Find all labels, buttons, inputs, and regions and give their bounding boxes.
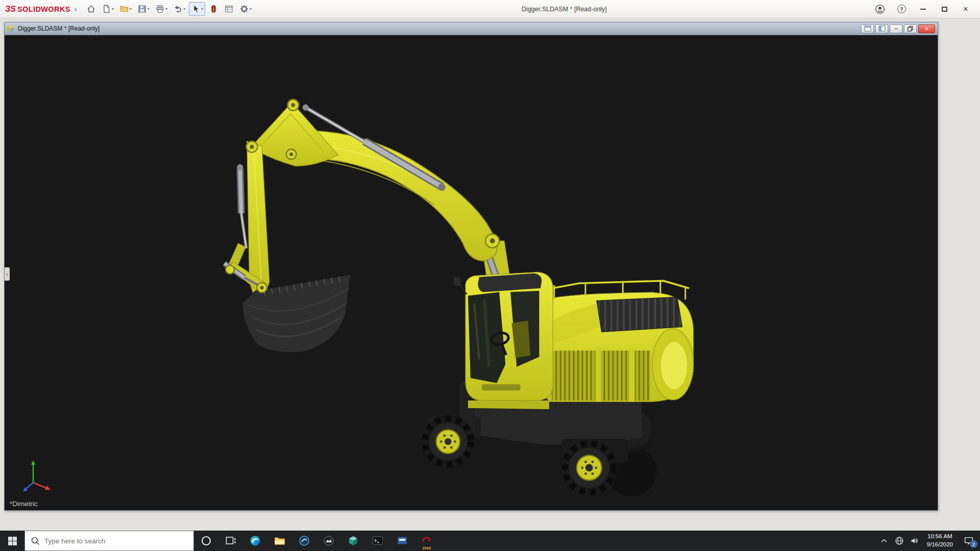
print-button[interactable]: ▾ (153, 2, 169, 16)
edrawings-button[interactable] (341, 531, 365, 551)
help-icon: ? (897, 5, 906, 13)
chevron-up-icon (878, 535, 890, 546)
minimize-icon (920, 9, 926, 10)
photos-app-button[interactable] (316, 531, 341, 551)
excavator-stick[interactable] (247, 141, 270, 293)
featuremanager-collapse-tab[interactable]: ‹ (5, 267, 10, 281)
app-window-icon (396, 535, 408, 547)
solidworks-logo-icon (421, 535, 433, 547)
terminal-app-button[interactable] (365, 531, 390, 551)
dropdown-arrow-icon[interactable]: ▾ (112, 7, 114, 11)
clock-time: 10:56 AM (927, 533, 953, 541)
document-window: Digger.SLDASM * [Read-only] – (4, 22, 938, 511)
print-icon (155, 4, 165, 14)
dropdown-arrow-icon[interactable]: ▾ (148, 7, 150, 11)
network-globe-icon (894, 535, 905, 546)
speaker-icon (909, 535, 920, 546)
window-app-button[interactable] (390, 531, 414, 551)
doc-restore-button[interactable] (904, 24, 917, 33)
photos-icon (323, 535, 335, 547)
solidworks-2020-button[interactable]: 2020 (414, 531, 439, 551)
excavator-3d-model[interactable] (5, 35, 938, 510)
network-button[interactable] (892, 531, 907, 551)
assembly-doc-icon (6, 24, 15, 33)
search-icon (31, 536, 40, 545)
task-view-button[interactable] (218, 531, 243, 551)
excavator-front-wheel[interactable] (421, 415, 475, 468)
clock-date: 9/16/2020 (927, 541, 953, 549)
undo-button[interactable]: ▾ (171, 2, 187, 16)
cab-mirror (454, 277, 460, 286)
solidworks-logo: ЗS SOLIDWORKS (5, 5, 70, 14)
home-icon (86, 4, 96, 14)
appearance-settings-button[interactable] (207, 2, 220, 16)
pane-layout-button-1[interactable] (861, 24, 874, 33)
windows-logo-icon (8, 537, 17, 545)
edge-button[interactable] (243, 531, 267, 551)
restore-icon (906, 25, 914, 33)
app-titlebar: ЗS SOLIDWORKS › ▾ ▾ (0, 0, 980, 18)
app-minimize-button[interactable] (918, 4, 928, 14)
doc-close-button[interactable]: × (918, 24, 935, 33)
file-explorer-button[interactable] (267, 531, 292, 551)
open-button[interactable]: ▾ (117, 2, 134, 16)
gear-icon (239, 4, 249, 14)
file-explorer-icon (274, 535, 286, 547)
document-titlebar[interactable]: Digger.SLDASM * [Read-only] – (5, 22, 938, 35)
excavator-rear-wheel[interactable] (561, 440, 617, 496)
new-document-icon (102, 4, 111, 14)
doc-minimize-button[interactable]: – (890, 24, 902, 33)
save-button[interactable]: ▾ (135, 2, 152, 16)
excavator-cab[interactable] (454, 272, 553, 400)
new-document-button[interactable]: ▾ (100, 2, 116, 16)
dropdown-arrow-icon[interactable]: ▾ (130, 7, 132, 11)
document-title: Digger.SLDASM * [Read-only] (18, 25, 858, 32)
app-maximize-button[interactable] (939, 4, 949, 14)
app-client-area: Digger.SLDASM * [Read-only] – (0, 18, 980, 531)
pane-layout-button-2[interactable] (875, 24, 888, 33)
options-button[interactable]: ▾ (237, 2, 254, 16)
search-input[interactable] (44, 537, 188, 545)
action-center-button[interactable]: 2 (958, 531, 980, 551)
orientation-triad[interactable] (18, 456, 54, 497)
help-button[interactable]: ? (896, 4, 906, 14)
dropdown-arrow-icon[interactable]: ▾ (201, 7, 203, 11)
select-cursor-icon (191, 4, 201, 14)
home-button[interactable] (84, 2, 98, 16)
taskbar-clock[interactable]: 10:56 AM 9/16/2020 (922, 533, 958, 548)
traffic-light-icon (209, 4, 218, 14)
solidworks-year-badge: 2020 (414, 546, 439, 550)
dropdown-arrow-icon[interactable]: ▾ (165, 7, 167, 11)
volume-button[interactable] (907, 531, 922, 551)
dassault-3ds-mark: ЗS (5, 5, 16, 14)
edrawings-cube-icon (347, 535, 359, 547)
cortana-button[interactable] (194, 531, 218, 551)
table-icon (224, 4, 234, 14)
system-tray: 10:56 AM 9/16/2020 2 (876, 531, 980, 551)
windows-taskbar: 2020 10:56 AM 9/16/2020 (0, 531, 980, 551)
table-view-button[interactable] (222, 2, 236, 16)
menu-expand-arrow-icon[interactable]: › (75, 5, 77, 13)
select-tool-button[interactable]: ▾ (189, 2, 205, 16)
graphics-viewport[interactable]: *Dimetric ‹ (5, 35, 938, 510)
view-orientation-label: *Dimetric (10, 500, 38, 508)
excavator-engine-housing[interactable] (538, 281, 693, 402)
dropdown-arrow-icon[interactable]: ▾ (250, 7, 252, 11)
start-button[interactable] (0, 531, 24, 551)
taskbar-search-box[interactable] (24, 531, 194, 551)
app-window-title: Digger.SLDASM * [Read-only] (254, 6, 875, 13)
maximize-icon (942, 7, 947, 12)
solidworks-wordmark: SOLIDWORKS (17, 5, 70, 13)
excavator-stick-cylinder[interactable] (237, 164, 246, 248)
tray-overflow-button[interactable] (876, 531, 892, 551)
document-window-controls: – × (861, 24, 936, 33)
pane-side-icon (878, 24, 886, 33)
undo-icon (173, 4, 183, 14)
quick-access-toolbar: ▾ ▾ ▾ ▾ (84, 2, 254, 16)
browser-icon (298, 535, 310, 547)
app-close-button[interactable]: × (961, 4, 971, 14)
browser-app-button[interactable] (292, 531, 316, 551)
dropdown-arrow-icon[interactable]: ▾ (183, 7, 185, 11)
terminal-icon (372, 535, 384, 547)
account-button[interactable] (875, 4, 885, 14)
